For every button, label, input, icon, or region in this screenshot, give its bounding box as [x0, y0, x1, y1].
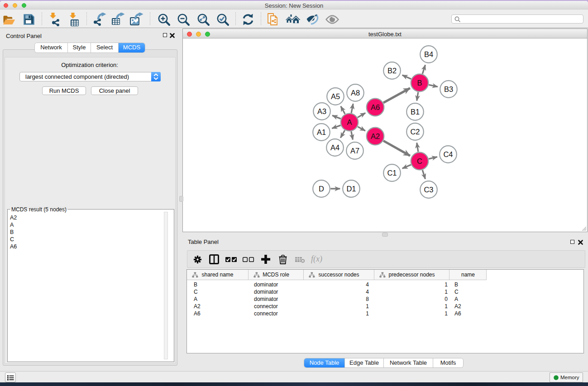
- svg-text:B4: B4: [424, 50, 433, 58]
- svg-text:A2: A2: [371, 132, 380, 140]
- svg-text:A4: A4: [330, 143, 339, 152]
- svg-text:A3: A3: [317, 107, 326, 115]
- svg-text:A: A: [347, 118, 352, 126]
- svg-text:f(x): f(x): [311, 254, 322, 264]
- svg-text:C: C: [417, 157, 422, 165]
- svg-text:A7: A7: [350, 147, 359, 155]
- svg-text:A5: A5: [331, 92, 340, 100]
- svg-text:A8: A8: [351, 89, 360, 97]
- svg-text:A1: A1: [317, 128, 326, 136]
- svg-text:C1: C1: [387, 169, 397, 177]
- svg-text:B1: B1: [411, 108, 420, 116]
- svg-text:C2: C2: [410, 128, 420, 136]
- svg-text:C3: C3: [424, 186, 433, 194]
- svg-text:B2: B2: [387, 67, 397, 75]
- svg-text:D1: D1: [346, 185, 356, 193]
- svg-text:A6: A6: [371, 103, 380, 111]
- svg-text:B: B: [417, 79, 422, 87]
- svg-text:D: D: [319, 185, 324, 193]
- svg-text:B3: B3: [444, 85, 453, 93]
- svg-text:C4: C4: [443, 150, 453, 158]
